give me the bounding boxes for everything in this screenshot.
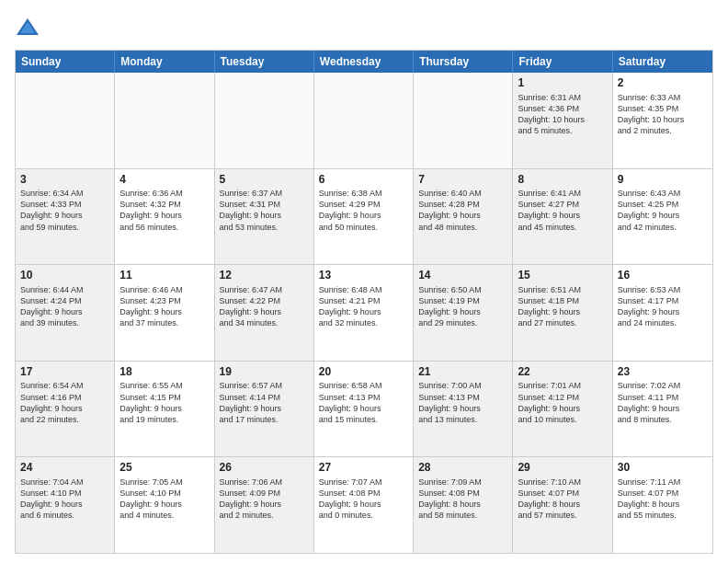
day-info: Sunrise: 7:07 AMSunset: 4:08 PMDaylight:… <box>319 477 408 522</box>
weekday-header-tuesday: Tuesday <box>215 51 314 73</box>
day-number: 15 <box>518 269 607 283</box>
day-info: Sunrise: 6:58 AMSunset: 4:13 PMDaylight:… <box>319 380 408 425</box>
logo-icon <box>15 15 40 40</box>
cal-cell-7: 7Sunrise: 6:40 AMSunset: 4:28 PMDaylight… <box>414 169 513 265</box>
cal-cell-10: 10Sunrise: 6:44 AMSunset: 4:24 PMDayligh… <box>16 265 115 361</box>
weekday-header-thursday: Thursday <box>414 51 513 73</box>
day-info: Sunrise: 6:38 AMSunset: 4:29 PMDaylight:… <box>319 188 408 233</box>
day-number: 7 <box>418 173 507 188</box>
calendar-row-1: 1Sunrise: 6:31 AMSunset: 4:36 PMDaylight… <box>16 73 712 168</box>
day-info: Sunrise: 6:48 AMSunset: 4:21 PMDaylight:… <box>319 284 408 329</box>
day-number: 30 <box>618 461 708 476</box>
day-number: 12 <box>220 269 309 283</box>
day-number: 17 <box>20 365 109 380</box>
day-info: Sunrise: 7:11 AMSunset: 4:07 PMDaylight:… <box>618 477 708 522</box>
cal-cell-empty-0-4 <box>414 73 513 168</box>
day-info: Sunrise: 7:06 AMSunset: 4:09 PMDaylight:… <box>220 477 309 522</box>
calendar-row-2: 3Sunrise: 6:34 AMSunset: 4:33 PMDaylight… <box>16 168 712 265</box>
cal-cell-2: 2Sunrise: 6:33 AMSunset: 4:35 PMDaylight… <box>613 73 712 168</box>
day-info: Sunrise: 6:53 AMSunset: 4:17 PMDaylight:… <box>618 284 708 329</box>
cal-cell-13: 13Sunrise: 6:48 AMSunset: 4:21 PMDayligh… <box>314 265 414 361</box>
cal-cell-3: 3Sunrise: 6:34 AMSunset: 4:33 PMDaylight… <box>16 169 115 265</box>
cal-cell-25: 25Sunrise: 7:05 AMSunset: 4:10 PMDayligh… <box>115 457 214 553</box>
cal-cell-5: 5Sunrise: 6:37 AMSunset: 4:31 PMDaylight… <box>215 169 314 265</box>
day-info: Sunrise: 6:41 AMSunset: 4:27 PMDaylight:… <box>518 188 607 233</box>
day-number: 3 <box>20 173 109 188</box>
day-number: 28 <box>418 461 507 476</box>
day-number: 19 <box>220 365 309 380</box>
day-number: 18 <box>119 365 209 380</box>
day-info: Sunrise: 6:54 AMSunset: 4:16 PMDaylight:… <box>20 380 109 425</box>
calendar-header: SundayMondayTuesdayWednesdayThursdayFrid… <box>16 51 712 73</box>
day-number: 23 <box>618 365 708 380</box>
cal-cell-19: 19Sunrise: 6:57 AMSunset: 4:14 PMDayligh… <box>215 362 314 457</box>
calendar-row-4: 17Sunrise: 6:54 AMSunset: 4:16 PMDayligh… <box>16 361 712 457</box>
header <box>15 15 713 40</box>
day-info: Sunrise: 7:10 AMSunset: 4:07 PMDaylight:… <box>518 477 607 522</box>
day-info: Sunrise: 7:04 AMSunset: 4:10 PMDaylight:… <box>20 477 109 522</box>
cal-cell-empty-0-0 <box>16 73 115 168</box>
weekday-header-monday: Monday <box>115 51 214 73</box>
cal-cell-22: 22Sunrise: 7:01 AMSunset: 4:12 PMDayligh… <box>513 362 612 457</box>
weekday-header-wednesday: Wednesday <box>314 51 414 73</box>
calendar-row-5: 24Sunrise: 7:04 AMSunset: 4:10 PMDayligh… <box>16 456 712 553</box>
cal-cell-14: 14Sunrise: 6:50 AMSunset: 4:19 PMDayligh… <box>414 265 513 361</box>
day-number: 20 <box>319 365 408 380</box>
day-info: Sunrise: 6:31 AMSunset: 4:36 PMDaylight:… <box>518 92 607 137</box>
day-info: Sunrise: 6:37 AMSunset: 4:31 PMDaylight:… <box>220 188 309 233</box>
cal-cell-12: 12Sunrise: 6:47 AMSunset: 4:22 PMDayligh… <box>215 265 314 361</box>
day-info: Sunrise: 6:40 AMSunset: 4:28 PMDaylight:… <box>418 188 507 233</box>
day-number: 2 <box>618 76 708 91</box>
day-number: 9 <box>618 173 708 188</box>
cal-cell-16: 16Sunrise: 6:53 AMSunset: 4:17 PMDayligh… <box>613 265 712 361</box>
cal-cell-9: 9Sunrise: 6:43 AMSunset: 4:25 PMDaylight… <box>613 169 712 265</box>
cal-cell-29: 29Sunrise: 7:10 AMSunset: 4:07 PMDayligh… <box>513 457 612 553</box>
day-info: Sunrise: 7:00 AMSunset: 4:13 PMDaylight:… <box>418 380 507 425</box>
calendar-body: 1Sunrise: 6:31 AMSunset: 4:36 PMDaylight… <box>16 73 712 553</box>
cal-cell-18: 18Sunrise: 6:55 AMSunset: 4:15 PMDayligh… <box>115 362 214 457</box>
day-number: 11 <box>119 269 209 283</box>
weekday-header-saturday: Saturday <box>613 51 712 73</box>
cal-cell-empty-0-1 <box>115 73 214 168</box>
cal-cell-8: 8Sunrise: 6:41 AMSunset: 4:27 PMDaylight… <box>513 169 612 265</box>
day-number: 14 <box>418 269 507 283</box>
day-number: 24 <box>20 461 109 476</box>
day-number: 16 <box>618 269 708 283</box>
weekday-header-friday: Friday <box>513 51 612 73</box>
cal-cell-15: 15Sunrise: 6:51 AMSunset: 4:18 PMDayligh… <box>513 265 612 361</box>
weekday-header-sunday: Sunday <box>16 51 115 73</box>
cal-cell-28: 28Sunrise: 7:09 AMSunset: 4:08 PMDayligh… <box>414 457 513 553</box>
day-number: 10 <box>20 269 109 283</box>
day-info: Sunrise: 6:36 AMSunset: 4:32 PMDaylight:… <box>119 188 209 233</box>
cal-cell-20: 20Sunrise: 6:58 AMSunset: 4:13 PMDayligh… <box>314 362 414 457</box>
day-info: Sunrise: 6:34 AMSunset: 4:33 PMDaylight:… <box>20 188 109 233</box>
day-number: 22 <box>518 365 607 380</box>
cal-cell-24: 24Sunrise: 7:04 AMSunset: 4:10 PMDayligh… <box>16 457 115 553</box>
cal-cell-1: 1Sunrise: 6:31 AMSunset: 4:36 PMDaylight… <box>513 73 612 168</box>
day-info: Sunrise: 6:51 AMSunset: 4:18 PMDaylight:… <box>518 284 607 329</box>
day-number: 5 <box>220 173 309 188</box>
day-number: 25 <box>119 461 209 476</box>
day-info: Sunrise: 6:33 AMSunset: 4:35 PMDaylight:… <box>618 92 708 137</box>
cal-cell-4: 4Sunrise: 6:36 AMSunset: 4:32 PMDaylight… <box>115 169 214 265</box>
cal-cell-empty-0-3 <box>314 73 414 168</box>
day-number: 8 <box>518 173 607 188</box>
day-info: Sunrise: 6:57 AMSunset: 4:14 PMDaylight:… <box>220 380 309 425</box>
cal-cell-17: 17Sunrise: 6:54 AMSunset: 4:16 PMDayligh… <box>16 362 115 457</box>
day-number: 26 <box>220 461 309 476</box>
calendar-row-3: 10Sunrise: 6:44 AMSunset: 4:24 PMDayligh… <box>16 264 712 361</box>
cal-cell-21: 21Sunrise: 7:00 AMSunset: 4:13 PMDayligh… <box>414 362 513 457</box>
day-number: 1 <box>518 76 607 91</box>
page: SundayMondayTuesdayWednesdayThursdayFrid… <box>0 0 728 563</box>
day-number: 4 <box>119 173 209 188</box>
cal-cell-11: 11Sunrise: 6:46 AMSunset: 4:23 PMDayligh… <box>115 265 214 361</box>
day-number: 29 <box>518 461 607 476</box>
day-number: 27 <box>319 461 408 476</box>
day-info: Sunrise: 6:47 AMSunset: 4:22 PMDaylight:… <box>220 284 309 329</box>
day-info: Sunrise: 6:55 AMSunset: 4:15 PMDaylight:… <box>119 380 209 425</box>
day-number: 13 <box>319 269 408 283</box>
day-info: Sunrise: 7:01 AMSunset: 4:12 PMDaylight:… <box>518 380 607 425</box>
cal-cell-27: 27Sunrise: 7:07 AMSunset: 4:08 PMDayligh… <box>314 457 414 553</box>
day-info: Sunrise: 6:44 AMSunset: 4:24 PMDaylight:… <box>20 284 109 329</box>
cal-cell-empty-0-2 <box>215 73 314 168</box>
